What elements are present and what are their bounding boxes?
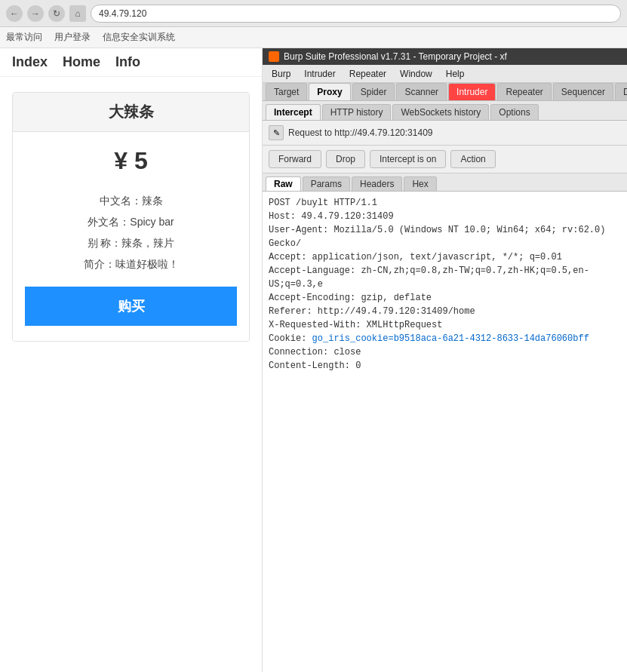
tab-decoder[interactable]: Decod (615, 83, 627, 100)
tab-spider[interactable]: Spider (352, 83, 395, 100)
tab-proxy[interactable]: Proxy (309, 83, 350, 100)
request-line-6: Accept-Encoding: gzip, deflate (269, 291, 621, 305)
intercept-toolbar: ✎ Request to http://49.4.79.120:31409 (263, 121, 627, 146)
drop-button[interactable]: Drop (326, 150, 365, 168)
tab-target[interactable]: Target (266, 83, 307, 100)
product-card: 大辣条 ¥ 5 中文名：辣条 外文名：Spicy bar 别 称：辣条，辣片 简… (12, 92, 250, 342)
proxy-tab-http-history[interactable]: HTTP history (322, 104, 392, 120)
burp-logo-icon (269, 51, 279, 62)
product-info: 中文名：辣条 外文名：Spicy bar 别 称：辣条，辣片 简介：味道好极啦！ (25, 190, 237, 275)
main-layout: Index Home Info 大辣条 ¥ 5 中文名：辣条 外文名：Spicy… (0, 48, 627, 672)
burp-menu-bar: Burp Intruder Repeater Window Help (263, 65, 627, 83)
request-line-5: Accept-Language: zh-CN,zh;q=0.8,zh-TW;q=… (269, 264, 621, 291)
intercept-request-info: Request to http://49.4.79.120:31409 (288, 127, 621, 138)
product-price: ¥ 5 (25, 147, 237, 175)
req-tab-params[interactable]: Params (303, 176, 350, 191)
menu-intruder[interactable]: Intruder (298, 67, 341, 81)
request-line-11: Content-Length: 0 (269, 359, 621, 373)
req-tab-hex[interactable]: Hex (404, 176, 436, 191)
nav-link-frequently-visited[interactable]: 最常访问 (6, 31, 42, 44)
product-chinese-name: 中文名：辣条 (25, 190, 237, 211)
request-line-9: Cookie: go_iris_cookie=b9518aca-6a21-431… (269, 332, 621, 345)
webpage-side: Index Home Info 大辣条 ¥ 5 中文名：辣条 外文名：Spicy… (0, 48, 263, 672)
request-line-1: POST /buylt HTTP/1.1 (269, 196, 621, 210)
request-line-8: X-Requested-With: XMLHttpRequest (269, 318, 621, 332)
proxy-tab-options[interactable]: Options (490, 104, 538, 120)
refresh-button[interactable]: ↻ (48, 5, 65, 22)
burp-side: Burp Suite Professional v1.7.31 - Tempor… (263, 48, 627, 672)
request-to-label: Request to http://49.4.79.120:31409 (288, 127, 432, 138)
product-foreign-name: 外文名：Spicy bar (25, 211, 237, 232)
menu-repeater[interactable]: Repeater (343, 67, 392, 81)
request-body[interactable]: POST /buylt HTTP/1.1 Host: 49.4.79.120:3… (263, 192, 627, 672)
burp-top-tabs: Target Proxy Spider Scanner Intruder Rep… (263, 83, 627, 101)
product-card-body: ¥ 5 中文名：辣条 外文名：Spicy bar 别 称：辣条，辣片 简介：味道… (13, 132, 249, 341)
back-button[interactable]: ← (6, 5, 23, 22)
request-view-tabs: Raw Params Headers Hex (263, 173, 627, 192)
cookie-label: Cookie: (269, 333, 312, 344)
menu-help[interactable]: Help (440, 67, 471, 81)
req-tab-headers[interactable]: Headers (352, 176, 402, 191)
nav-info[interactable]: Info (115, 54, 140, 70)
request-line-2: Host: 49.4.79.120:31409 (269, 210, 621, 223)
proxy-tab-intercept[interactable]: Intercept (266, 104, 321, 120)
nav-home[interactable]: Home (63, 54, 100, 70)
menu-burp[interactable]: Burp (266, 67, 297, 81)
buy-button[interactable]: 购买 (25, 287, 237, 326)
browser-nav-links: 最常访问 用户登录 信息安全实训系统 (0, 27, 627, 48)
address-text: 49.4.79.120 (99, 8, 146, 19)
request-line-10: Connection: close (269, 345, 621, 359)
product-alias: 别 称：辣条，辣片 (25, 232, 237, 253)
tab-repeater[interactable]: Repeater (497, 83, 551, 100)
webpage-header: Index Home Info (0, 48, 262, 77)
browser-bar: ← → ↻ ⌂ 49.4.79.120 (0, 0, 627, 27)
request-line-7: Referer: http://49.4.79.120:31409/home (269, 305, 621, 318)
nav-index[interactable]: Index (12, 54, 48, 70)
req-tab-raw[interactable]: Raw (266, 176, 301, 191)
edit-icon: ✎ (269, 125, 284, 140)
action-button[interactable]: Action (450, 150, 495, 168)
request-line-4: Accept: application/json, text/javascrip… (269, 250, 621, 264)
proxy-sub-tabs: Intercept HTTP history WebSockets histor… (263, 101, 627, 121)
home-button[interactable]: ⌂ (69, 5, 86, 22)
intercept-buttons-toolbar: Forward Drop Intercept is on Action (263, 146, 627, 173)
burp-title-text: Burp Suite Professional v1.7.31 - Tempor… (284, 51, 507, 62)
burp-title-bar: Burp Suite Professional v1.7.31 - Tempor… (263, 48, 627, 65)
product-name: 大辣条 (13, 93, 249, 132)
intercept-on-button[interactable]: Intercept is on (370, 150, 446, 168)
forward-button[interactable]: → (27, 5, 44, 22)
address-bar[interactable]: 49.4.79.120 (91, 5, 621, 23)
proxy-tab-websockets[interactable]: WebSockets history (392, 104, 489, 120)
tab-sequencer[interactable]: Sequencer (553, 83, 613, 100)
request-line-3: User-Agent: Mozilla/5.0 (Windows NT 10.0… (269, 223, 621, 250)
cookie-value: go_iris_cookie=b9518aca-6a21-4312-8633-1… (312, 333, 589, 344)
menu-window[interactable]: Window (394, 67, 438, 81)
tab-intruder[interactable]: Intruder (448, 83, 496, 100)
nav-link-user-login[interactable]: 用户登录 (54, 31, 91, 44)
nav-link-security-training[interactable]: 信息安全实训系统 (103, 31, 175, 44)
tab-scanner[interactable]: Scanner (396, 83, 447, 100)
product-intro: 简介：味道好极啦！ (25, 253, 237, 275)
forward-button[interactable]: Forward (269, 150, 321, 168)
